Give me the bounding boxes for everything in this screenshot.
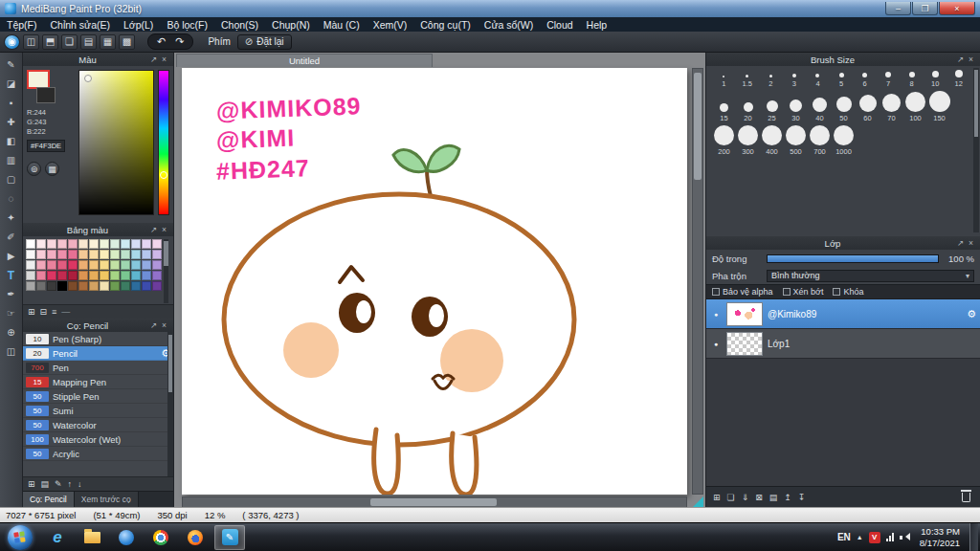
palette-swatch[interactable]	[142, 281, 151, 291]
brush-size-option[interactable]: 1	[712, 76, 736, 88]
canvas-vertical-scrollbar[interactable]	[692, 68, 703, 495]
menu-item-window[interactable]: Cửa sổ(W)	[478, 19, 540, 31]
brush-size-option[interactable]: 300	[736, 125, 760, 156]
palette-swatch[interactable]	[121, 239, 130, 249]
show-desktop-button[interactable]	[969, 523, 978, 551]
palette-swatch[interactable]	[68, 281, 78, 291]
menu-item-snap[interactable]: Chụp(N)	[265, 19, 317, 31]
palette-swatch[interactable]	[36, 271, 46, 280]
palette-swatch[interactable]	[78, 281, 88, 291]
palette-swatch[interactable]	[78, 239, 88, 249]
taskbar-media-player[interactable]	[111, 525, 142, 550]
palette-swatch[interactable]	[78, 250, 88, 259]
menu-item-cloud[interactable]: Cloud	[540, 19, 579, 31]
palette-swatch[interactable]	[68, 260, 78, 270]
brush-row[interactable]: 100 Watercolor (Wet)	[23, 432, 173, 447]
save-icon[interactable]: ◫	[23, 34, 39, 50]
palette-swatch[interactable]	[131, 239, 141, 249]
popout-icon[interactable]: ↗	[955, 55, 966, 64]
palette-swatch[interactable]	[26, 260, 35, 270]
alpha-lock-checkbox[interactable]: Bảo vệ alpha	[712, 287, 773, 297]
taskbar-clock[interactable]: 10:33 PM 8/17/2021	[920, 526, 960, 548]
edit-brush-icon[interactable]: ✎	[55, 479, 62, 489]
palette-swatch[interactable]	[78, 271, 88, 280]
palette-swatch[interactable]	[152, 260, 162, 270]
palette-swatch[interactable]	[142, 260, 151, 270]
layer-row-selected[interactable]: ● @Kimiko89 ⚙	[706, 299, 980, 329]
layer-folder-icon[interactable]: ▤	[769, 493, 778, 502]
new-color-icon[interactable]: ⊞	[28, 307, 35, 317]
scrollbar-thumb[interactable]	[694, 73, 702, 180]
lasso-icon[interactable]: ◌	[2, 189, 21, 208]
palette-swatch[interactable]	[36, 281, 46, 291]
layer-up-icon[interactable]: ↥	[784, 493, 791, 502]
redo-icon[interactable]: ↷	[175, 35, 184, 48]
brush-row[interactable]: 50 Sumi	[23, 404, 173, 418]
palette-swatch[interactable]	[152, 281, 162, 291]
brush-row[interactable]: 50 Stipple Pen	[23, 389, 173, 404]
palette-swatch[interactable]	[110, 239, 120, 249]
select-pen-icon[interactable]: ✐	[2, 228, 21, 246]
palette-swatch[interactable]	[152, 239, 162, 249]
brush-size-option[interactable]: 200	[712, 125, 736, 156]
reset-button[interactable]: ⊘ Đặt lại	[237, 34, 292, 50]
palette-swatch[interactable]	[89, 250, 99, 259]
brush-size-option[interactable]: 150	[927, 91, 951, 122]
brush-size-scrollbar[interactable]	[973, 68, 979, 232]
network-icon[interactable]	[886, 533, 894, 541]
brush-size-option[interactable]: 10	[924, 71, 947, 88]
color-grid-icon[interactable]: ▦	[45, 162, 59, 176]
close-icon[interactable]: ×	[966, 238, 976, 248]
taskbar-firefox[interactable]	[180, 525, 211, 550]
menu-item-layer[interactable]: Lớp(L)	[117, 19, 160, 31]
palette-swatch[interactable]	[36, 250, 46, 259]
close-button[interactable]: ×	[939, 2, 975, 15]
brush-row[interactable]: 50 Acrylic	[23, 447, 173, 461]
palette-swatch[interactable]	[26, 281, 35, 291]
palette-swatch[interactable]	[142, 239, 151, 249]
palette-swatch[interactable]	[47, 271, 56, 280]
brush-size-option[interactable]: 30	[784, 99, 808, 122]
menu-item-filter[interactable]: Bộ lọc(F)	[160, 19, 214, 31]
popout-icon[interactable]: ↗	[148, 55, 159, 64]
palette-swatch[interactable]	[142, 271, 151, 280]
palette-swatch[interactable]	[89, 281, 99, 291]
palette-swatch[interactable]	[110, 260, 120, 270]
brush-size-option[interactable]: 50	[832, 97, 856, 122]
palette-swatch[interactable]	[110, 271, 120, 280]
drawing-canvas[interactable]: @KIMIKO89 @KIMI #HĐ247	[182, 68, 687, 495]
palette-swatch[interactable]	[68, 239, 78, 249]
brush-size-option[interactable]: 8	[900, 72, 924, 88]
palette-swatch[interactable]	[47, 239, 56, 249]
palette-swatch[interactable]	[152, 271, 162, 280]
brush-folder-icon[interactable]: ▤	[41, 479, 50, 489]
palette-swatch[interactable]	[100, 281, 109, 291]
delete-color-icon[interactable]: ⊟	[40, 307, 48, 317]
menu-item-help[interactable]: Help	[580, 19, 614, 31]
brush-size-option[interactable]: 400	[760, 125, 784, 156]
tab-brush[interactable]: Cọ: Pencil	[23, 492, 75, 507]
scrollbar-thumb[interactable]	[370, 498, 497, 506]
brush-row[interactable]: 50 Watercolor	[23, 418, 173, 432]
brush-size-option[interactable]: 700	[808, 125, 832, 156]
layer-visibility-icon[interactable]: ●	[710, 311, 722, 318]
hue-slider[interactable]	[158, 70, 169, 215]
foreground-color-swatch[interactable]	[27, 70, 50, 89]
taskbar-ie[interactable]: e	[42, 525, 73, 550]
trash-icon[interactable]	[962, 493, 970, 502]
zoom-icon[interactable]: ⊕	[2, 323, 21, 342]
layer-visibility-icon[interactable]: ●	[710, 341, 722, 347]
eraser-icon[interactable]: ◪	[2, 75, 21, 93]
undo-icon[interactable]: ↶	[157, 35, 166, 48]
palette-swatch[interactable]	[57, 260, 67, 270]
upload-icon[interactable]: ⬒	[42, 34, 58, 50]
menu-item-color[interactable]: Màu (C)	[317, 19, 367, 31]
brush-down-icon[interactable]: ↓	[78, 479, 82, 489]
brush-size-option[interactable]: 6	[853, 73, 877, 88]
palette-scrollbar[interactable]	[164, 239, 168, 303]
palette-swatch[interactable]	[26, 271, 35, 280]
panel-divide-icon[interactable]: ◫	[2, 342, 21, 361]
brush-up-icon[interactable]: ↑	[68, 479, 73, 489]
new-layer-icon[interactable]: ⊞	[713, 493, 721, 502]
palette-swatch[interactable]	[68, 271, 78, 280]
